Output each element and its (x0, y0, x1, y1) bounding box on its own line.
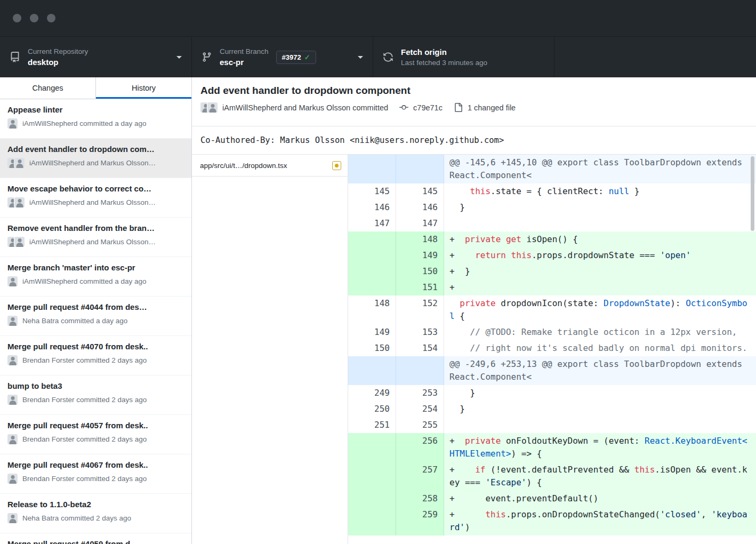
old-line-number: 249 (348, 385, 396, 401)
new-line-number: 153 (396, 324, 444, 340)
sidebar-tabs: Changes History (0, 77, 191, 99)
diff-row-context: 150154 // right now it's scaled badly on… (348, 340, 756, 356)
repository-switcher-button[interactable]: Current Repository desktop (0, 37, 192, 77)
file-path: app/src/ui/t…/dropdown.tsx (200, 162, 328, 170)
commit-title: Merge pull request #4057 from desk.. (7, 421, 184, 430)
old-line-number: 145 (348, 183, 396, 199)
avatar-stack (7, 434, 18, 444)
old-line-number: 251 (348, 417, 396, 433)
diff-row-added: 151+ (348, 279, 756, 295)
commit-meta-text: iAmWillShepherd committed a day ago (22, 277, 147, 285)
commit-list-item[interactable]: Remove event handler from the bran…iAmWi… (0, 218, 191, 257)
new-line-number: 255 (396, 417, 444, 433)
file-list-item[interactable]: app/src/ui/t…/dropdown.tsx (192, 155, 348, 177)
diff-code-line: @@ -145,6 +145,10 @@ export class Toolba… (444, 155, 756, 183)
diff-scrollbar[interactable] (751, 156, 754, 231)
new-line-number: 257 (396, 462, 444, 491)
commit-meta-text: Brendan Forster committed 2 days ago (22, 396, 147, 404)
commit-title: Add event handler to dropdown com… (7, 145, 184, 154)
new-line-number: 146 (396, 199, 444, 215)
diff-code-line: + } (444, 263, 756, 279)
commit-list-item[interactable]: Appease linteriAmWillShepherd committed … (0, 99, 191, 139)
new-line-number: 145 (396, 183, 444, 199)
diff-row-added: 148+ private get isOpen() { (348, 231, 756, 247)
avatar-stack (7, 237, 25, 247)
diff-row-added: 150+ } (348, 263, 756, 279)
avatar (7, 316, 18, 326)
changed-file-icon (454, 103, 463, 112)
toolbar: Current Repository desktop Current Branc… (0, 36, 756, 77)
old-line-number: 150 (348, 340, 396, 356)
diff-code-line: } (444, 385, 756, 401)
commit-title: bump to beta3 (7, 381, 184, 390)
minimize-button[interactable] (30, 14, 38, 22)
commit-summary-title: Add event handler to dropdown component (200, 85, 745, 97)
old-line-number (348, 279, 396, 295)
changed-files-list: app/src/ui/t…/dropdown.tsx (192, 155, 348, 544)
avatar-stack (7, 355, 18, 365)
current-repository-name: desktop (28, 58, 88, 67)
diff-row-added: 257+ if (!event.defaultPrevented && this… (348, 462, 756, 491)
diff-viewer: @@ -145,6 +145,10 @@ export class Toolba… (348, 155, 756, 544)
fetch-origin-label: Fetch origin (401, 47, 487, 57)
commit-list: Appease linteriAmWillShepherd committed … (0, 99, 191, 544)
last-fetched-text: Last fetched 3 minutes ago (401, 59, 487, 67)
commit-list-item[interactable]: bump to beta3Brendan Forster committed 2… (0, 375, 191, 415)
diff-code-line (444, 215, 756, 231)
commit-detail-pane: Add event handler to dropdown component … (192, 77, 756, 544)
commit-list-item[interactable]: Add event handler to dropdown com…iAmWil… (0, 139, 191, 178)
commit-sha[interactable]: c79e71c (413, 103, 443, 112)
titlebar (0, 0, 756, 36)
zoom-button[interactable] (47, 14, 55, 22)
new-line-number: 253 (396, 385, 444, 401)
sync-icon (383, 52, 393, 62)
old-line-number (348, 247, 396, 263)
tab-history[interactable]: History (95, 77, 191, 99)
pull-request-number: #3972 (282, 53, 301, 61)
diff-code-line: + private onFoldoutKeyDown = (event: Rea… (444, 433, 756, 462)
fetch-origin-button[interactable]: Fetch origin Last fetched 3 minutes ago (373, 37, 554, 77)
history-sidebar: Changes History Appease linteriAmWillShe… (0, 77, 192, 544)
commit-description: Co-Authored-By: Markus Olsson <niik@user… (192, 126, 756, 155)
pull-request-badge[interactable]: #3972 ✓ (276, 51, 316, 64)
avatar (7, 355, 18, 365)
commit-list-item[interactable]: Merge pull request #4044 from des…Neha B… (0, 297, 191, 336)
avatar-stack (7, 316, 18, 326)
old-line-number (348, 356, 396, 385)
old-line-number (348, 491, 396, 507)
tab-changes[interactable]: Changes (0, 77, 95, 99)
avatar (14, 237, 25, 247)
commit-list-item[interactable]: Release to 1.1.0-beta2Neha Batra committ… (0, 494, 191, 533)
avatar (7, 276, 18, 286)
commit-list-item[interactable]: Move escape behavior to correct co…iAmWi… (0, 178, 191, 218)
diff-code-line: @@ -249,6 +253,13 @@ export class Toolba… (444, 356, 756, 385)
commit-title: Move escape behavior to correct co… (7, 184, 184, 193)
new-line-number: 151 (396, 279, 444, 295)
avatar-stack (7, 513, 18, 523)
old-line-number (348, 263, 396, 279)
chevron-down-icon (358, 56, 363, 59)
diff-area: app/src/ui/t…/dropdown.tsx @@ -145,6 +14… (192, 155, 756, 544)
commit-meta-text: iAmWillShepherd and Markus Olsson… (29, 198, 156, 206)
commit-list-item[interactable]: Merge pull request #4067 from desk..Bren… (0, 454, 191, 494)
commit-list-item[interactable]: Merge pull request #4057 from desk..Bren… (0, 415, 191, 454)
avatar-stack (7, 118, 18, 129)
diff-row-context: 249253 } (348, 385, 756, 401)
diff-row-context: 149153 // @TODO: Remake triangle octicon… (348, 324, 756, 340)
branch-switcher-button[interactable]: Current Branch esc-pr #3972 ✓ (192, 37, 373, 77)
old-line-number (348, 433, 396, 462)
diff-row-added: 258+ event.preventDefault() (348, 491, 756, 507)
close-button[interactable] (13, 14, 21, 22)
commit-list-item[interactable]: Merge pull request #4059 from d… (0, 533, 191, 544)
diff-code-line: } (444, 199, 756, 215)
new-line-number: 258 (396, 491, 444, 507)
avatar (14, 197, 25, 207)
current-branch-name: esc-pr (220, 58, 269, 67)
diff-row-context: 148152 private dropdownIcon(state: Dropd… (348, 295, 756, 324)
commit-list-item[interactable]: Merge pull request #4070 from desk..Bren… (0, 336, 191, 375)
commit-title: Merge pull request #4059 from d… (7, 539, 184, 544)
diff-code-line: + return this.props.dropdownState === 'o… (444, 247, 756, 263)
github-desktop-window: Current Repository desktop Current Branc… (0, 0, 756, 544)
git-commit-icon (399, 103, 408, 112)
commit-list-item[interactable]: Merge branch 'master' into esc-priAmWill… (0, 257, 191, 297)
